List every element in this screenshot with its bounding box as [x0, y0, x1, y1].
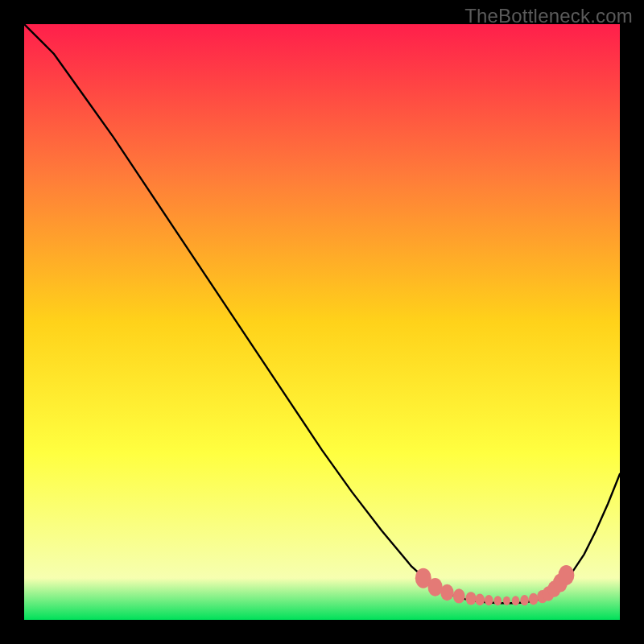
chart-frame: TheBottleneck.com: [0, 0, 644, 644]
optimal-dot: [475, 593, 485, 605]
optimal-dot: [428, 578, 443, 597]
optimal-dot: [558, 565, 574, 585]
optimal-dot: [520, 595, 529, 605]
optimal-dot: [512, 596, 520, 605]
optimal-dot: [485, 595, 493, 605]
gradient-background: [24, 24, 620, 620]
optimal-dot: [453, 588, 465, 603]
optimal-dot: [465, 592, 476, 605]
optimal-dot: [503, 597, 510, 605]
chart-svg: [24, 24, 620, 620]
optimal-dot: [529, 593, 539, 605]
plot-area: [24, 24, 620, 620]
optimal-dot: [440, 584, 453, 601]
optimal-dot: [494, 596, 502, 605]
